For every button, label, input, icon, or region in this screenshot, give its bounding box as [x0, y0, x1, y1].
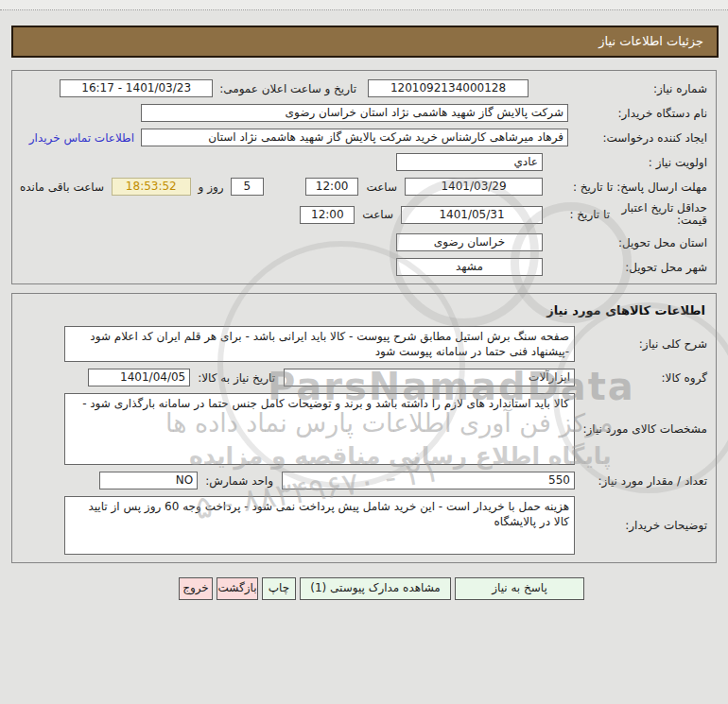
remaining-time-countdown: 18:53:52 — [112, 178, 191, 196]
buyer-notes-row: توضیحات خریدار: هزینه حمل با خریدار است … — [20, 496, 707, 555]
request-creator-field[interactable]: فرهاد میرشاهی کارشناس خرید شرکت پالایش گ… — [141, 129, 568, 146]
delivery-province-row: استان محل تحویل: خراسان رضوی — [20, 233, 707, 251]
price-validity-hour-label: ساعت — [362, 208, 393, 221]
count-unit-field[interactable]: NO — [99, 472, 198, 489]
back-button[interactable]: بازگشت — [217, 577, 258, 600]
need-description-label: شرح کلی نیاز: — [575, 337, 707, 351]
goods-specs-textarea[interactable]: کالا باید استاندارد های لازم را داشته با… — [64, 393, 575, 465]
announce-datetime-field[interactable]: 1401/03/23 - 16:17 — [60, 79, 213, 97]
remaining-days-unit-label: روز و — [199, 180, 224, 194]
request-creator-label: ایجاد کننده درخواست: — [568, 131, 707, 145]
remaining-suffix-label: ساعت باقی مانده — [20, 180, 104, 194]
reply-deadline-row: مهلت ارسال پاسخ: تا تاریخ : 1401/03/29 س… — [20, 178, 707, 196]
quantity-row: تعداد / مقدار مورد نیاز: 550 واحد شمارش:… — [20, 472, 707, 489]
quantity-label: تعداد / مقدار مورد نیاز: — [575, 474, 707, 488]
delivery-province-field[interactable]: خراسان رضوی — [396, 233, 543, 251]
announce-datetime-label: تاریخ و ساعت اعلان عمومی: — [219, 82, 356, 95]
reply-deadline-date-field[interactable]: 1401/03/29 — [405, 178, 543, 196]
goods-specs-row: مشخصات کالای مورد نیاز: کالا باید استاند… — [20, 393, 707, 465]
reply-deadline-label: مهلت ارسال پاسخ: تا تاریخ : — [561, 180, 707, 194]
priority-field[interactable]: عادي — [396, 153, 543, 171]
buyer-org-row: نام دستگاه خریدار: شرکت پالایش گاز شهید … — [20, 104, 707, 122]
goods-info-panel: اطلاعات کالاهای مورد نیاز شرح کلی نیاز: … — [11, 293, 717, 563]
procurement-detail-page: جزئیات اطلاعات نیاز شماره نیاز: 12010921… — [0, 0, 728, 704]
count-unit-label: واحد شمارش: — [205, 474, 273, 488]
goods-group-field[interactable]: ابزارآلات — [284, 369, 575, 386]
buyer-org-label: نام دستگاه خریدار: — [568, 107, 707, 120]
respond-to-need-button[interactable]: پاسخ به نیاز — [455, 577, 584, 600]
goods-specs-label: مشخصات کالای مورد نیاز: — [575, 422, 707, 436]
price-validity-row: حداقل تاریخ اعتبار قیمت: تا تاریخ : 1401… — [20, 202, 707, 227]
need-description-row: شرح کلی نیاز: صفحه سنگ برش استیل مطابق ش… — [20, 326, 707, 362]
print-button[interactable]: چاپ — [262, 577, 296, 600]
price-validity-label: حداقل تاریخ اعتبار قیمت: — [610, 202, 707, 227]
need-description-textarea[interactable]: صفحه سنگ برش استیل مطابق شرح پیوست - کال… — [64, 326, 575, 362]
goods-need-date-label: تاریخ نیاز به کالا: — [198, 371, 275, 385]
price-validity-date-field[interactable]: 1401/05/31 — [401, 206, 543, 224]
request-creator-row: ایجاد کننده درخواست: فرهاد میرشاهی کارشن… — [20, 129, 707, 146]
priority-label: اولویت نیاز : — [568, 156, 707, 169]
need-number-field[interactable]: 1201092134000128 — [368, 79, 529, 97]
goods-need-date-field[interactable]: 1401/04/05 — [88, 369, 190, 386]
top-divider — [0, 0, 728, 10]
price-validity-until-label: تا تاریخ : — [561, 208, 610, 221]
buyer-notes-textarea[interactable]: هزینه حمل با خریدار است - این خرید شامل … — [64, 496, 575, 555]
action-button-bar: پاسخ به نیاز مشاهده مدارک پیوستی (1) چاپ… — [0, 577, 584, 600]
buyer-notes-label: توضیحات خریدار: — [575, 519, 707, 532]
remaining-days-field: 5 — [231, 178, 264, 196]
priority-row: اولویت نیاز : عادي — [20, 153, 707, 171]
delivery-province-label: استان محل تحویل: — [568, 236, 707, 249]
view-attached-documents-button[interactable]: مشاهده مدارک پیوستی (1) — [300, 577, 451, 600]
price-validity-hour-field[interactable]: 12:00 — [300, 206, 355, 224]
need-info-panel: شماره نیاز: 1201092134000128 تاریخ و ساع… — [11, 70, 717, 284]
goods-group-label: گروه کالا: — [575, 371, 707, 385]
exit-button[interactable]: خروج — [179, 577, 213, 600]
page-title: جزئیات اطلاعات نیاز — [11, 26, 719, 58]
buyer-org-field[interactable]: شرکت پالایش گاز شهید هاشمی نژاد استان خر… — [141, 104, 568, 122]
quantity-field[interactable]: 550 — [282, 472, 575, 489]
need-number-label: شماره نیاز: — [568, 82, 707, 95]
goods-section-title: اطلاعات کالاهای مورد نیاز — [20, 303, 705, 318]
buyer-contact-link[interactable]: اطلاعات تماس خریدار — [29, 131, 134, 145]
reply-deadline-hour-field[interactable]: 12:00 — [305, 178, 359, 196]
delivery-city-label: شهر محل تحویل: — [568, 261, 707, 274]
delivery-city-row: شهر محل تحویل: مشهد — [20, 258, 707, 276]
need-number-row: شماره نیاز: 1201092134000128 تاریخ و ساع… — [20, 79, 707, 97]
goods-group-row: گروه کالا: ابزارآلات تاریخ نیاز به کالا:… — [20, 369, 707, 386]
reply-deadline-hour-label: ساعت — [366, 180, 397, 194]
delivery-city-field[interactable]: مشهد — [396, 258, 543, 276]
